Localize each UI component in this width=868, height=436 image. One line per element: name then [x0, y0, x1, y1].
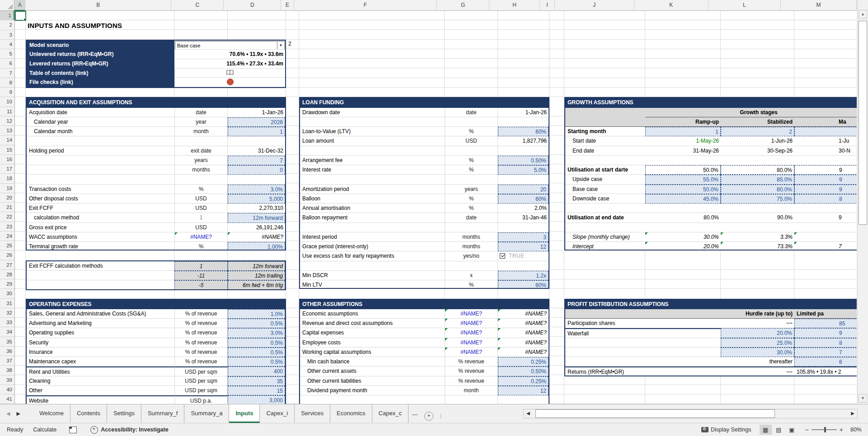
input-cell[interactable]: 0.5% — [228, 357, 285, 366]
input-cell[interactable]: 3.0% — [228, 185, 285, 194]
input-cell[interactable]: 50.0% — [645, 185, 721, 194]
tab-nav-left-icon[interactable]: ◀ — [6, 411, 10, 417]
tab-summary-a[interactable]: Summary_a — [184, 404, 229, 423]
row-header-4[interactable]: 4 — [0, 40, 14, 49]
scenario-dropdown[interactable]: Base case ▼ — [175, 41, 285, 50]
input-cell[interactable]: 20 — [498, 185, 549, 194]
row-header-41[interactable]: 41 — [0, 394, 14, 404]
row-header-31[interactable]: 31 — [0, 299, 14, 308]
zoom-slider-thumb[interactable] — [824, 427, 826, 432]
chevron-down-icon[interactable]: ▼ — [277, 42, 284, 49]
row-header-36[interactable]: 36 — [0, 347, 14, 356]
row-header-23[interactable]: 23 — [0, 222, 14, 232]
checkbox-checked-icon[interactable] — [500, 253, 505, 259]
row-header-18[interactable]: 18 — [0, 174, 14, 183]
calculate-status[interactable]: Calculate — [33, 427, 56, 433]
row-header-5[interactable]: 5 — [0, 49, 14, 59]
row-header-10[interactable]: 10 — [0, 97, 14, 107]
input-cell[interactable]: 25.0% — [721, 338, 794, 348]
input-cell[interactable]: 20.0% — [721, 328, 794, 338]
row-header-11[interactable]: 11 — [0, 107, 14, 116]
input-cell[interactable]: 80.0% — [721, 185, 794, 194]
row-header-29[interactable]: 29 — [0, 279, 14, 289]
input-cell[interactable]: 1 — [228, 127, 285, 136]
horizontal-scroll-thumb[interactable] — [535, 409, 775, 418]
input-cell[interactable]: 0.5% — [228, 338, 285, 348]
input-cell[interactable]: 5.0% — [498, 165, 549, 175]
input-cell[interactable]: 35 — [228, 376, 285, 386]
row-header-9[interactable]: 9 — [0, 88, 14, 97]
scroll-down-icon[interactable]: ▼ — [859, 394, 867, 403]
row-header-13[interactable]: 13 — [0, 126, 14, 135]
input-cell[interactable]: 12 — [498, 242, 549, 251]
row-header-3[interactable]: 3 — [0, 30, 14, 40]
row-header-22[interactable]: 22 — [0, 212, 14, 222]
row-header-15[interactable]: 15 — [0, 145, 14, 155]
normal-view-icon[interactable]: ▦ — [760, 425, 772, 435]
row-header-40[interactable]: 40 — [0, 385, 14, 394]
tab-summary-f[interactable]: Summary_f — [141, 404, 184, 423]
row-header-39[interactable]: 39 — [0, 376, 14, 385]
tab-welcome[interactable]: Welcome — [33, 404, 70, 423]
row-header-2[interactable]: 2 — [0, 20, 14, 30]
input-cell[interactable]: 6 — [794, 357, 857, 366]
row-header-34[interactable]: 34 — [0, 327, 14, 337]
row-header-37[interactable]: 37 — [0, 356, 14, 366]
row-header-32[interactable]: 32 — [0, 308, 14, 318]
input-cell[interactable]: 2 — [721, 127, 794, 136]
row-header-16[interactable]: 16 — [0, 155, 14, 164]
input-cell[interactable]: 60% — [498, 194, 549, 204]
zoom-level[interactable]: 80% — [850, 427, 862, 433]
input-cell[interactable]: 0.50% — [498, 156, 549, 165]
input-cell[interactable]: 8 — [794, 338, 857, 348]
row-header-35[interactable]: 35 — [0, 337, 14, 347]
tab-overflow-ellipsis[interactable]: … — [408, 404, 422, 423]
input-cell[interactable]: 55.0% — [645, 175, 721, 184]
input-cell[interactable]: 3.0% — [228, 328, 285, 338]
row-header-26[interactable]: 26 — [0, 250, 14, 260]
toc-link-cell[interactable] — [174, 69, 285, 78]
page-layout-view-icon[interactable]: ▤ — [773, 425, 785, 435]
zoom-slider[interactable] — [812, 429, 837, 430]
row-header-21[interactable]: 21 — [0, 203, 14, 212]
input-cell[interactable]: 7 — [228, 156, 285, 165]
input-cell[interactable]: 0.50% — [498, 366, 549, 376]
input-cell[interactable]: 3,000 — [228, 395, 285, 404]
row-header-24[interactable]: 24 — [0, 232, 14, 241]
input-cell[interactable]: 400 — [228, 366, 285, 376]
row-header-14[interactable]: 14 — [0, 135, 14, 145]
tab-capex-i[interactable]: Capex_i — [260, 404, 295, 423]
column-header-b[interactable]: B — [25, 0, 171, 11]
scroll-up-icon[interactable]: ▲ — [859, 10, 867, 19]
column-header-d[interactable]: D — [224, 0, 281, 11]
vertical-scrollbar[interactable]: ▲ ▼ — [857, 0, 868, 404]
accessibility-status[interactable]: Accessibility: Investigate — [101, 427, 168, 433]
row-header-1[interactable]: 1 — [0, 11, 14, 20]
file-checks-cell[interactable] — [174, 78, 285, 87]
input-cell[interactable]: 0.5% — [228, 348, 285, 357]
input-cell[interactable]: 2026 — [228, 117, 285, 127]
input-cell[interactable]: 9 — [794, 175, 857, 184]
scroll-left-icon[interactable]: ◀ — [526, 411, 530, 416]
input-cell[interactable]: 5,000 — [228, 194, 285, 204]
row-header-30[interactable]: 30 — [0, 289, 14, 298]
checkbox-cell[interactable]: TRUE — [498, 251, 549, 261]
row-header-6[interactable]: 6 — [0, 59, 14, 68]
input-cell[interactable]: 75.0% — [721, 194, 794, 204]
row-header-7[interactable]: 7 — [0, 69, 14, 78]
row-header-28[interactable]: 28 — [0, 270, 14, 279]
zoom-in-icon[interactable]: + — [840, 426, 843, 433]
column-header-h[interactable]: H — [489, 0, 540, 11]
vertical-scroll-thumb[interactable] — [859, 21, 867, 225]
scroll-right-icon[interactable]: ▶ — [851, 411, 854, 416]
row-header-12[interactable]: 12 — [0, 116, 14, 126]
input-cell[interactable]: 9 — [794, 185, 857, 194]
input-cell[interactable]: 9 — [794, 328, 857, 338]
select-all-corner[interactable] — [0, 0, 14, 10]
input-cell[interactable]: 0.25% — [498, 357, 549, 366]
row-header-19[interactable]: 19 — [0, 184, 14, 193]
input-cell[interactable]: 0.25% — [498, 376, 549, 386]
input-cell[interactable]: 3 — [498, 232, 549, 242]
input-cell[interactable]: 60% — [498, 280, 549, 289]
column-header-c[interactable]: C — [171, 0, 224, 11]
